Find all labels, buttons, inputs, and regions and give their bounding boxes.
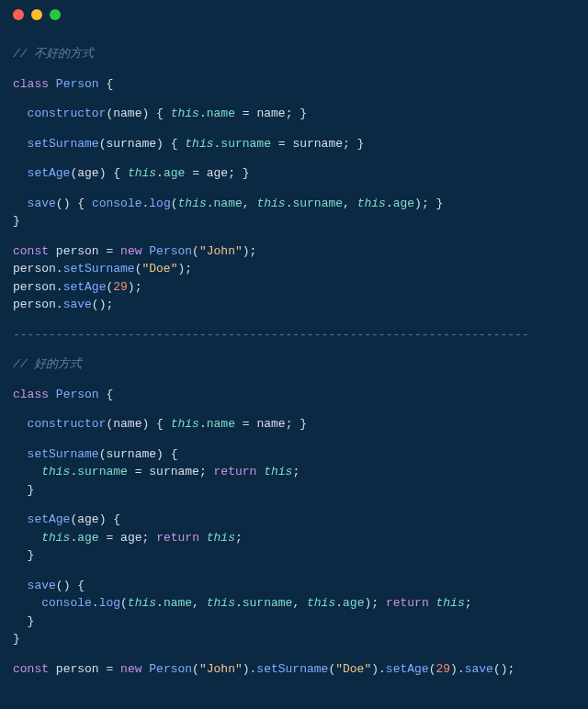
code-editor[interactable]: // 不好的方式class Person { constructor(name)…	[0, 26, 588, 709]
fn-constructor: constructor	[28, 107, 107, 120]
close-icon[interactable]	[13, 9, 24, 20]
comment-bad: // 不好的方式	[13, 47, 94, 61]
class-person: Person	[56, 77, 99, 91]
code-window: // 不好的方式class Person { constructor(name)…	[0, 0, 588, 709]
fn-setsurname: setSurname	[28, 137, 99, 151]
minimize-icon[interactable]	[31, 9, 42, 20]
maximize-icon[interactable]	[50, 9, 61, 20]
kw-class: class	[13, 77, 49, 91]
fn-setage: setAge	[28, 166, 71, 180]
comment-good: // 好的方式	[13, 357, 82, 371]
window-titlebar	[0, 0, 588, 26]
section-divider: ----------------------------------------…	[13, 328, 529, 342]
fn-save: save	[28, 197, 56, 210]
